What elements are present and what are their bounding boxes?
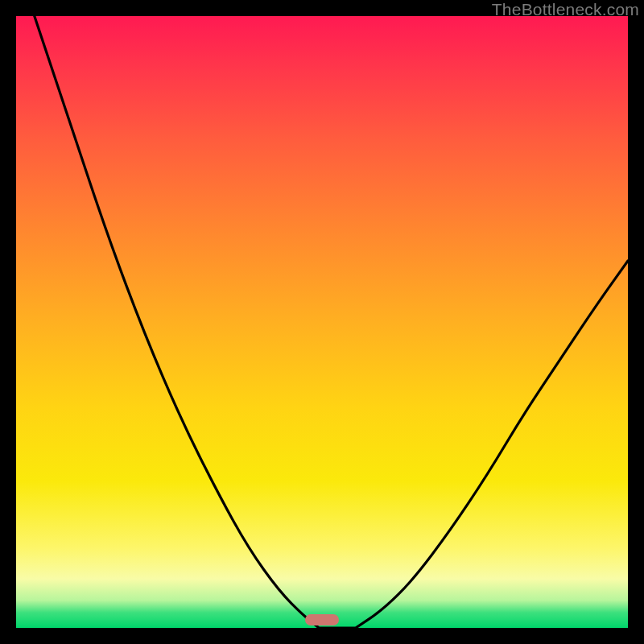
plot-area	[16, 16, 628, 628]
watermark-text: TheBottleneck.com	[492, 0, 639, 19]
optimum-marker	[305, 614, 339, 625]
chart-frame: TheBottleneck.com	[0, 0, 644, 644]
bottleneck-curve	[16, 16, 628, 628]
curve-path	[35, 16, 628, 628]
